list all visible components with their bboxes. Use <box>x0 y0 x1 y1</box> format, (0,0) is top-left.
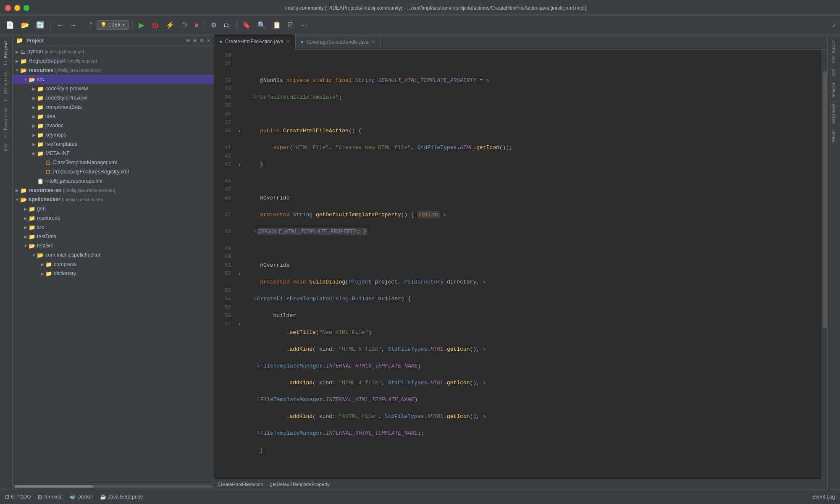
code-editor[interactable]: @NonNls private static final String DEFA… <box>244 50 822 479</box>
maximize-button[interactable] <box>24 5 29 11</box>
collapse-icon[interactable]: ≡ <box>193 37 197 44</box>
tab-coveragesuitesbundle[interactable]: ● CoverageSuitesBundle.java ✕ <box>296 34 381 50</box>
right-tab-database[interactable]: Database <box>830 101 838 126</box>
right-tab-gradle[interactable]: Gradle <box>830 80 838 100</box>
open-button[interactable]: 📂 <box>18 19 32 31</box>
activity-project[interactable]: 1: Project <box>2 38 10 68</box>
gutter-mark-43: ⬆ <box>235 160 244 169</box>
tree-item-compress[interactable]: ▶ 📁 compress <box>13 260 214 269</box>
more-button[interactable]: ⋯ <box>298 19 310 31</box>
tab-label-0: CreateHtmlFileAction.java <box>225 39 284 45</box>
folder-icon-resources: 📂 <box>20 67 27 74</box>
tab-close-1[interactable]: ✕ <box>371 39 375 45</box>
tree-label-regexp: RegExpSupport <box>29 58 66 64</box>
event-log-button[interactable]: Event Log <box>812 494 835 500</box>
project-panel-title: Project <box>26 38 183 44</box>
code-line-43b: ↳CreateFileFromTemplateDialog.Builder bu… <box>247 295 818 303</box>
sync-button[interactable]: 🔄 <box>34 19 47 31</box>
tab-close-0[interactable]: ✕ <box>286 39 290 45</box>
docker-label: Docker <box>77 494 93 500</box>
tree-item-keymaps[interactable]: ▶ 📁 keymaps <box>13 130 214 139</box>
tree-item-python[interactable]: ▶ 🗂 python [intellij.python.impl] <box>13 47 214 56</box>
activity-npm[interactable]: npm <box>2 141 10 154</box>
java-enterprise-label: Java Enterprise <box>108 494 143 500</box>
folder-icon-resources-en: 📁 <box>20 187 27 194</box>
tree-item-testdata[interactable]: ▶ 📁 testData <box>13 232 214 241</box>
tree-arrow-keymaps: ▶ <box>31 133 37 137</box>
breadcrumb-separator: › <box>266 482 268 487</box>
right-tab-ant-build[interactable]: Ant Build <box>830 38 838 66</box>
tree-item-javadoc[interactable]: ▶ 📁 javadoc <box>13 121 214 130</box>
editor-scrollbar[interactable] <box>822 50 827 479</box>
code-line-46: .addKind( kind: "HTML 5 file", StdFileTy… <box>247 345 818 354</box>
tree-arrow-componentsets: ▶ <box>31 105 37 110</box>
minimize-button[interactable] <box>14 5 20 11</box>
tree-item-codestyle-preview[interactable]: ▶ 📁 codeStyle.preview <box>13 84 214 93</box>
toolbar-sep-3 <box>132 20 133 30</box>
tree-item-testsrc[interactable]: ▼ 📂 testSrc <box>13 241 214 250</box>
tree-item-livetemplates[interactable]: ▶ 📁 liveTemplates <box>13 139 214 149</box>
activity-favorites[interactable]: 2: Favorites <box>2 105 10 140</box>
copy-path-button[interactable]: 📋 <box>270 19 284 31</box>
tree-item-dictionary[interactable]: ▶ 📁 dictionary <box>13 269 214 278</box>
right-tab-cdi[interactable]: CDI <box>830 66 838 79</box>
docker-button[interactable]: 🐳 Docker <box>69 494 93 500</box>
line-numbers: 30 31 32 33 34 35 36 37 38 41 42 43 44 4… <box>214 50 235 479</box>
tree-item-resources[interactable]: ▼ 📂 resources [intellij.java.resources] <box>13 66 214 75</box>
project-close-icon[interactable]: ✕ <box>207 37 210 44</box>
code-line-48b: ↳FileTemplateManager.INTERNAL_XHTML_TEMP… <box>247 429 818 438</box>
tree-item-classtemplatemanager[interactable]: 🗒 ClassTemplateManager.xml <box>13 158 214 167</box>
todo-button[interactable]: ⊡ 6: TODO <box>5 494 31 500</box>
project-settings-icon[interactable]: ⚙ <box>200 37 203 44</box>
terminal-button[interactable]: ⊞ Terminal <box>38 494 63 500</box>
stop-button[interactable]: ■ <box>192 20 201 31</box>
new-file-button[interactable]: 📄 <box>3 19 17 31</box>
tree-item-idea[interactable]: ▶ 📁 idea <box>13 112 214 121</box>
search-button[interactable]: 🔍 <box>255 19 268 31</box>
breadcrumb-item-0[interactable]: CreateHtmlFileAction <box>218 482 263 487</box>
project-panel-header: 📁 Project ⊕ ≡ ⚙ ✕ <box>13 34 214 47</box>
debug-button[interactable]: 🐞 <box>149 20 162 31</box>
tree-scrollbar[interactable] <box>13 483 214 489</box>
right-tab-maven[interactable]: Maven <box>830 127 838 144</box>
vcs-button[interactable]: 🔖 <box>240 19 253 31</box>
close-button[interactable] <box>5 5 11 11</box>
tree-item-src[interactable]: ▼ 📂 src <box>13 75 214 84</box>
tabs-bar: ● CreateHtmlFileAction.java ✕ ● Coverage… <box>214 34 827 50</box>
tree-item-regexpsupport[interactable]: ▶ 📁 RegExpSupport [intellij.regexp] <box>13 56 214 66</box>
tree-label-codestylepreview: codeStylePreview <box>45 95 87 101</box>
locate-icon[interactable]: ⊕ <box>186 37 189 44</box>
run-with-coverage-button[interactable]: ⚡ <box>163 19 177 31</box>
folder-icon-compress: 📁 <box>45 261 52 268</box>
nav-back-button[interactable]: ← <box>54 20 66 31</box>
tree-label-cis: com.intellij.spellchecker <box>45 252 100 258</box>
code-line-47: .addKind( kind: "HTML 4 file", StdFileTy… <box>247 379 818 387</box>
nav-forward-button[interactable]: → <box>68 20 79 31</box>
settings-button[interactable]: ⚙ <box>208 19 219 31</box>
run-button[interactable]: ▶ <box>136 19 147 32</box>
todo-button[interactable]: ☑ <box>285 19 296 31</box>
tree-item-iml[interactable]: 📋 intellij.java.resources.iml <box>13 176 214 186</box>
profile-button[interactable]: ⏱ <box>178 20 190 31</box>
tree-item-codestylepreview[interactable]: ▶ 📁 codeStylePreview <box>13 93 214 102</box>
tree-item-spellchecker-resources[interactable]: ▶ 📁 resources <box>13 213 214 223</box>
build-config-dropdown[interactable]: 💡 IDEA ▾ <box>97 20 129 30</box>
tree-item-spellchecker[interactable]: ▼ 📂 spellchecker [intellij.spellchecker] <box>13 195 214 204</box>
folder-icon-componentsets: 📁 <box>37 104 44 110</box>
tree-item-productivityregistry[interactable]: 🗒 ProductivityFeaturesRegistry.xml <box>13 167 214 176</box>
tree-label-sp-res: resources <box>37 215 60 221</box>
tree-item-meta-inf[interactable]: ▶ 📁 META-INF <box>13 149 214 158</box>
nav-icon[interactable]: ⤴ <box>87 20 95 31</box>
java-enterprise-button[interactable]: ☕ Java Enterprise <box>100 494 143 500</box>
tree-item-gen[interactable]: ▶ 📁 gen <box>13 204 214 213</box>
tree-item-spellchecker-src[interactable]: ▶ 📁 src <box>13 223 214 232</box>
activity-structure[interactable]: 7: Structure <box>2 69 10 104</box>
project-structure-button[interactable]: 🗂 <box>221 20 233 31</box>
tree-label-ctm: ClassTemplateManager.xml <box>52 160 117 165</box>
tree-item-com-intellij-spellchecker[interactable]: ▼ 📂 com.intellij.spellchecker <box>13 250 214 260</box>
tab-createhtmlfileaction[interactable]: ● CreateHtmlFileAction.java ✕ <box>214 34 296 50</box>
tree-item-resources-en[interactable]: ▶ 📁 resources-en [intellij.java.resource… <box>13 186 214 195</box>
tree-item-componentsets[interactable]: ▶ 📁 componentSets <box>13 102 214 112</box>
build-config-icon: 💡 <box>100 22 107 28</box>
breadcrumb-item-1[interactable]: getDefaultTemplateProperty <box>270 482 330 487</box>
